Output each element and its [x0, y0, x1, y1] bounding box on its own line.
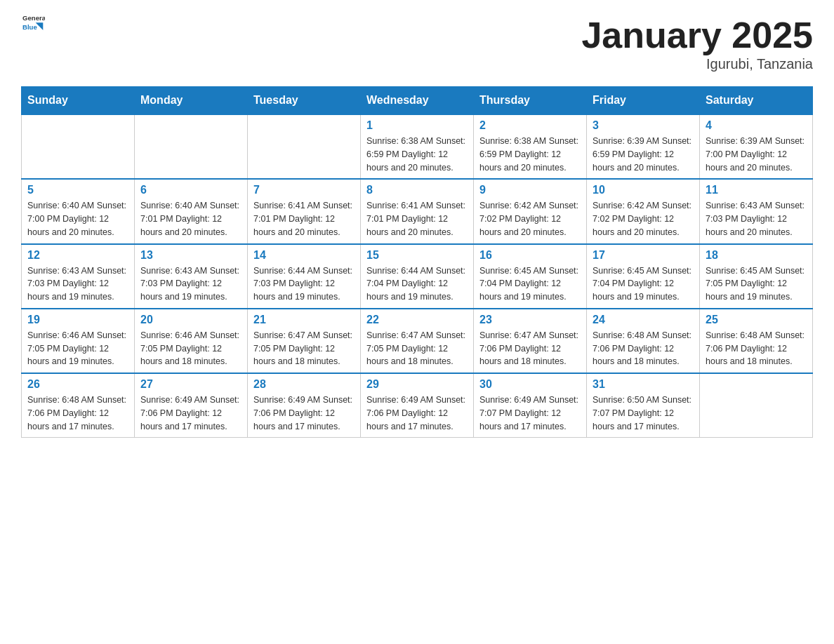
weekday-header-tuesday: Tuesday — [248, 87, 361, 115]
calendar-cell: 23Sunrise: 6:47 AM Sunset: 7:06 PM Dayli… — [474, 309, 587, 373]
weekday-header-monday: Monday — [135, 87, 248, 115]
day-info: Sunrise: 6:43 AM Sunset: 7:03 PM Dayligh… — [706, 199, 807, 239]
calendar-table: SundayMondayTuesdayWednesdayThursdayFrid… — [21, 86, 813, 438]
calendar-cell: 17Sunrise: 6:45 AM Sunset: 7:04 PM Dayli… — [587, 244, 700, 309]
day-info: Sunrise: 6:44 AM Sunset: 7:03 PM Dayligh… — [253, 264, 355, 304]
day-info: Sunrise: 6:49 AM Sunset: 7:07 PM Dayligh… — [479, 394, 581, 433]
day-number: 29 — [366, 378, 468, 391]
calendar-cell: 9Sunrise: 6:42 AM Sunset: 7:02 PM Daylig… — [474, 179, 587, 243]
calendar-cell: 29Sunrise: 6:49 AM Sunset: 7:06 PM Dayli… — [361, 373, 474, 438]
day-info: Sunrise: 6:45 AM Sunset: 7:04 PM Dayligh… — [479, 264, 581, 304]
calendar-week-2: 5Sunrise: 6:40 AM Sunset: 7:00 PM Daylig… — [22, 179, 813, 243]
calendar-cell: 31Sunrise: 6:50 AM Sunset: 7:07 PM Dayli… — [587, 373, 700, 438]
day-number: 2 — [479, 119, 581, 132]
calendar-cell: 25Sunrise: 6:48 AM Sunset: 7:06 PM Dayli… — [700, 309, 813, 373]
calendar-cell: 8Sunrise: 6:41 AM Sunset: 7:01 PM Daylig… — [361, 179, 474, 243]
day-number: 19 — [27, 314, 128, 326]
location: Igurubi, Tanzania — [581, 56, 813, 72]
weekday-header-thursday: Thursday — [474, 87, 587, 115]
weekday-header-friday: Friday — [587, 87, 700, 115]
day-info: Sunrise: 6:47 AM Sunset: 7:05 PM Dayligh… — [253, 329, 355, 368]
weekday-header-saturday: Saturday — [700, 87, 813, 115]
day-info: Sunrise: 6:42 AM Sunset: 7:02 PM Dayligh… — [479, 199, 581, 239]
day-info: Sunrise: 6:38 AM Sunset: 6:59 PM Dayligh… — [366, 135, 468, 174]
calendar-cell: 26Sunrise: 6:48 AM Sunset: 7:06 PM Dayli… — [22, 373, 135, 438]
calendar-cell — [22, 114, 135, 179]
calendar-week-1: 1Sunrise: 6:38 AM Sunset: 6:59 PM Daylig… — [22, 114, 813, 179]
day-info: Sunrise: 6:43 AM Sunset: 7:03 PM Dayligh… — [27, 264, 128, 304]
calendar-cell — [700, 373, 813, 438]
day-number: 28 — [253, 378, 355, 391]
day-number: 4 — [706, 119, 807, 132]
day-info: Sunrise: 6:47 AM Sunset: 7:05 PM Dayligh… — [366, 329, 468, 368]
day-number: 24 — [593, 314, 694, 326]
weekday-header-wednesday: Wednesday — [361, 87, 474, 115]
calendar-cell: 10Sunrise: 6:42 AM Sunset: 7:02 PM Dayli… — [587, 179, 700, 243]
day-number: 17 — [593, 249, 694, 262]
calendar-cell: 2Sunrise: 6:38 AM Sunset: 6:59 PM Daylig… — [474, 114, 587, 179]
day-info: Sunrise: 6:49 AM Sunset: 7:06 PM Dayligh… — [140, 394, 241, 433]
day-info: Sunrise: 6:40 AM Sunset: 7:00 PM Dayligh… — [27, 199, 128, 239]
day-number: 7 — [253, 184, 355, 196]
day-info: Sunrise: 6:48 AM Sunset: 7:06 PM Dayligh… — [706, 329, 807, 368]
weekday-header-row: SundayMondayTuesdayWednesdayThursdayFrid… — [22, 87, 813, 115]
calendar-cell: 21Sunrise: 6:47 AM Sunset: 7:05 PM Dayli… — [248, 309, 361, 373]
day-info: Sunrise: 6:49 AM Sunset: 7:06 PM Dayligh… — [366, 394, 468, 433]
day-number: 18 — [706, 249, 807, 262]
logo: General Blue — [21, 14, 45, 34]
day-number: 25 — [706, 314, 807, 326]
day-info: Sunrise: 6:46 AM Sunset: 7:05 PM Dayligh… — [27, 329, 128, 368]
page-header: General Blue January 2025 Igurubi, Tanza… — [21, 14, 813, 72]
day-number: 3 — [593, 119, 694, 132]
calendar-cell: 1Sunrise: 6:38 AM Sunset: 6:59 PM Daylig… — [361, 114, 474, 179]
calendar-cell: 22Sunrise: 6:47 AM Sunset: 7:05 PM Dayli… — [361, 309, 474, 373]
calendar-cell: 20Sunrise: 6:46 AM Sunset: 7:05 PM Dayli… — [135, 309, 248, 373]
day-info: Sunrise: 6:45 AM Sunset: 7:05 PM Dayligh… — [706, 264, 807, 304]
day-number: 16 — [479, 249, 581, 262]
day-info: Sunrise: 6:41 AM Sunset: 7:01 PM Dayligh… — [253, 199, 355, 239]
day-info: Sunrise: 6:43 AM Sunset: 7:03 PM Dayligh… — [140, 264, 241, 304]
calendar-cell: 24Sunrise: 6:48 AM Sunset: 7:06 PM Dayli… — [587, 309, 700, 373]
logo-icon: General Blue — [22, 11, 45, 34]
calendar-cell — [248, 114, 361, 179]
calendar-cell: 27Sunrise: 6:49 AM Sunset: 7:06 PM Dayli… — [135, 373, 248, 438]
calendar-cell: 19Sunrise: 6:46 AM Sunset: 7:05 PM Dayli… — [22, 309, 135, 373]
day-number: 8 — [366, 184, 468, 196]
day-number: 20 — [140, 314, 241, 326]
calendar-cell: 4Sunrise: 6:39 AM Sunset: 7:00 PM Daylig… — [700, 114, 813, 179]
day-info: Sunrise: 6:47 AM Sunset: 7:06 PM Dayligh… — [479, 329, 581, 368]
calendar-cell: 6Sunrise: 6:40 AM Sunset: 7:01 PM Daylig… — [135, 179, 248, 243]
day-info: Sunrise: 6:38 AM Sunset: 6:59 PM Dayligh… — [479, 135, 581, 174]
day-info: Sunrise: 6:41 AM Sunset: 7:01 PM Dayligh… — [366, 199, 468, 239]
calendar-cell: 11Sunrise: 6:43 AM Sunset: 7:03 PM Dayli… — [700, 179, 813, 243]
day-info: Sunrise: 6:50 AM Sunset: 7:07 PM Dayligh… — [593, 394, 694, 433]
day-number: 1 — [366, 119, 468, 132]
day-number: 14 — [253, 249, 355, 262]
calendar-cell: 30Sunrise: 6:49 AM Sunset: 7:07 PM Dayli… — [474, 373, 587, 438]
day-number: 5 — [27, 184, 128, 196]
day-info: Sunrise: 6:49 AM Sunset: 7:06 PM Dayligh… — [253, 394, 355, 433]
calendar-cell: 28Sunrise: 6:49 AM Sunset: 7:06 PM Dayli… — [248, 373, 361, 438]
day-info: Sunrise: 6:39 AM Sunset: 6:59 PM Dayligh… — [593, 135, 694, 174]
month-title: January 2025 — [581, 14, 813, 56]
day-number: 30 — [479, 378, 581, 391]
weekday-header-sunday: Sunday — [22, 87, 135, 115]
calendar-cell: 7Sunrise: 6:41 AM Sunset: 7:01 PM Daylig… — [248, 179, 361, 243]
calendar-week-3: 12Sunrise: 6:43 AM Sunset: 7:03 PM Dayli… — [22, 244, 813, 309]
day-info: Sunrise: 6:48 AM Sunset: 7:06 PM Dayligh… — [593, 329, 694, 368]
day-info: Sunrise: 6:40 AM Sunset: 7:01 PM Dayligh… — [140, 199, 241, 239]
day-info: Sunrise: 6:42 AM Sunset: 7:02 PM Dayligh… — [593, 199, 694, 239]
title-block: January 2025 Igurubi, Tanzania — [581, 14, 813, 72]
calendar-cell: 13Sunrise: 6:43 AM Sunset: 7:03 PM Dayli… — [135, 244, 248, 309]
day-info: Sunrise: 6:44 AM Sunset: 7:04 PM Dayligh… — [366, 264, 468, 304]
calendar-cell: 3Sunrise: 6:39 AM Sunset: 6:59 PM Daylig… — [587, 114, 700, 179]
calendar-cell: 14Sunrise: 6:44 AM Sunset: 7:03 PM Dayli… — [248, 244, 361, 309]
day-number: 22 — [366, 314, 468, 326]
calendar-cell: 12Sunrise: 6:43 AM Sunset: 7:03 PM Dayli… — [22, 244, 135, 309]
calendar-week-4: 19Sunrise: 6:46 AM Sunset: 7:05 PM Dayli… — [22, 309, 813, 373]
day-number: 23 — [479, 314, 581, 326]
day-number: 26 — [27, 378, 128, 391]
day-number: 10 — [593, 184, 694, 196]
day-info: Sunrise: 6:45 AM Sunset: 7:04 PM Dayligh… — [593, 264, 694, 304]
day-info: Sunrise: 6:48 AM Sunset: 7:06 PM Dayligh… — [27, 394, 128, 433]
